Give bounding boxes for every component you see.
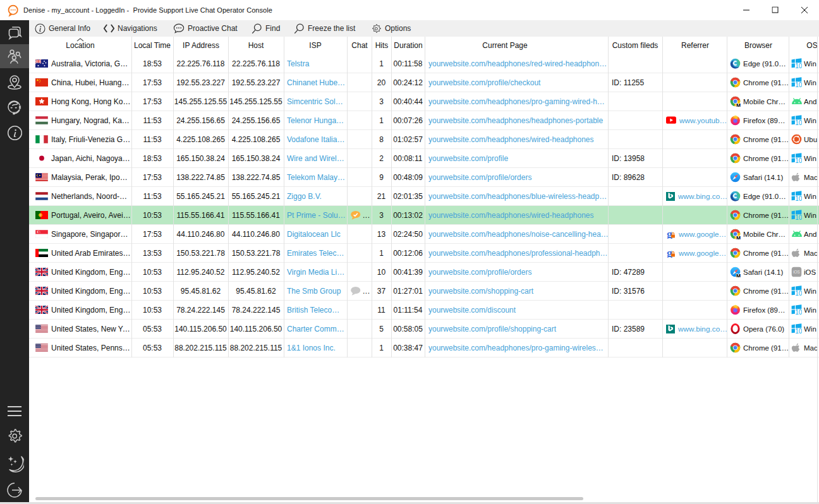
svg-text:10: 10: [795, 157, 802, 164]
svg-text:10: 10: [795, 195, 802, 201]
svg-text:10: 10: [795, 214, 802, 220]
svg-text:10: 10: [795, 119, 802, 126]
svg-text:iOS: iOS: [793, 270, 800, 274]
svg-text:M: M: [736, 235, 741, 239]
svg-text:M: M: [736, 273, 741, 277]
svg-text:M: M: [736, 102, 741, 107]
svg-text:10: 10: [795, 290, 802, 296]
svg-text:10: 10: [795, 81, 802, 88]
svg-text:10: 10: [795, 309, 802, 315]
svg-text:10: 10: [795, 63, 802, 69]
svg-text:10: 10: [795, 328, 802, 334]
